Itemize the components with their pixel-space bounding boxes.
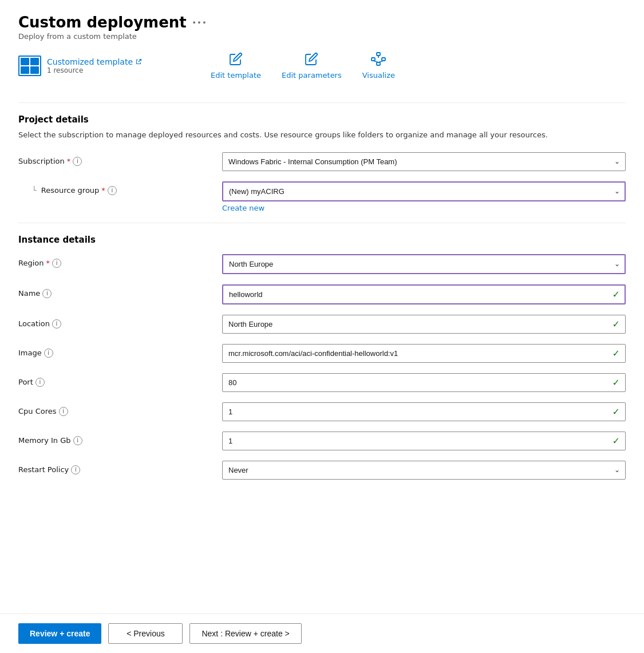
subscription-info-icon[interactable]: i (73, 157, 82, 166)
port-label: Port (18, 378, 33, 386)
cpu-cores-label-col: Cpu Cores i (18, 402, 213, 416)
edit-parameters-action[interactable]: Edit parameters (282, 52, 342, 80)
name-valid-icon: ✓ (613, 289, 620, 300)
resource-group-row: └ Resource group * i (New) myACIRG ⌄ Cre… (18, 181, 626, 212)
edit-parameters-icon (305, 52, 318, 69)
restart-policy-row: Restart Policy i Never ⌄ (18, 461, 626, 480)
instance-details-title: Instance details (18, 235, 626, 245)
cpu-cores-info-icon[interactable]: i (59, 407, 68, 416)
subscription-row: Subscription * i Windows Fabric - Intern… (18, 152, 626, 171)
location-label: Location (18, 319, 50, 328)
restart-policy-select-wrapper: Never ⌄ (222, 461, 626, 480)
subscription-select[interactable]: Windows Fabric - Internal Consumption (P… (222, 152, 626, 171)
svg-line-6 (378, 61, 384, 62)
memory-gb-control: ✓ (222, 432, 626, 450)
port-info-icon[interactable]: i (35, 378, 45, 387)
region-control: North Europe ⌄ (222, 254, 626, 274)
region-info-icon[interactable]: i (52, 259, 61, 268)
image-input[interactable] (222, 344, 626, 363)
subscription-label: Subscription (18, 157, 65, 165)
ellipsis-menu-button[interactable]: ··· (192, 17, 208, 29)
memory-gb-row: Memory In Gb i ✓ (18, 432, 626, 450)
next-button[interactable]: Next : Review + create > (189, 623, 301, 644)
customized-template-link[interactable]: Customized template (47, 57, 142, 66)
cpu-cores-label: Cpu Cores (18, 407, 57, 415)
image-label: Image (18, 349, 42, 357)
resource-group-select-wrapper: (New) myACIRG ⌄ (222, 181, 626, 201)
review-create-button[interactable]: Review + create (18, 623, 101, 644)
resource-group-label: Resource group (41, 186, 100, 195)
cpu-cores-input-wrapper: ✓ (222, 402, 626, 421)
location-label-col: Location i (18, 315, 213, 329)
visualize-label: Visualize (362, 71, 395, 80)
memory-gb-label-col: Memory In Gb i (18, 432, 213, 445)
name-input[interactable] (222, 284, 626, 304)
region-select[interactable]: North Europe (222, 254, 626, 274)
project-details-section: Project details Select the subscription … (18, 114, 626, 212)
location-input-wrapper: ✓ (222, 315, 626, 334)
page-header: Custom deployment ··· Deploy from a cust… (18, 14, 626, 41)
subscription-label-col: Subscription * i (18, 152, 213, 166)
port-input[interactable] (222, 373, 626, 392)
template-info: Customized template 1 resource (18, 56, 142, 76)
name-row: Name i ✓ (18, 284, 626, 304)
external-link-icon (135, 58, 142, 65)
name-info-icon[interactable]: i (42, 289, 52, 298)
edit-template-label: Edit template (211, 71, 261, 80)
template-resource-count: 1 resource (47, 66, 142, 74)
svg-rect-2 (382, 58, 385, 61)
name-label-col: Name i (18, 284, 213, 298)
divider-2 (18, 223, 626, 223)
name-control: ✓ (222, 284, 626, 304)
location-valid-icon: ✓ (613, 319, 620, 330)
region-label-col: Region * i (18, 254, 213, 268)
svg-rect-0 (377, 53, 380, 56)
region-row: Region * i North Europe ⌄ (18, 254, 626, 274)
template-section: Customized template 1 resource Edit temp… (18, 52, 626, 89)
edit-template-action[interactable]: Edit template (211, 52, 261, 80)
template-grid-icon (18, 56, 41, 76)
region-required: * (46, 259, 50, 267)
location-info-icon[interactable]: i (52, 319, 61, 329)
image-info-icon[interactable]: i (44, 349, 53, 358)
memory-gb-label: Memory In Gb (18, 436, 71, 445)
location-control: ✓ (222, 315, 626, 334)
create-new-link[interactable]: Create new (222, 204, 626, 212)
resource-group-required: * (101, 186, 105, 195)
image-control: ✓ (222, 344, 626, 363)
subscription-control: Windows Fabric - Internal Consumption (P… (222, 152, 626, 171)
toolbar-actions: Edit template Edit parameters (211, 52, 395, 80)
memory-gb-info-icon[interactable]: i (73, 436, 82, 445)
resource-group-info-icon[interactable]: i (108, 186, 117, 195)
port-label-col: Port i (18, 373, 213, 387)
port-row: Port i ✓ (18, 373, 626, 392)
visualize-action[interactable]: Visualize (362, 52, 395, 80)
restart-policy-select[interactable]: Never (222, 461, 626, 480)
project-details-description: Select the subscription to manage deploy… (18, 129, 626, 141)
subscription-required: * (67, 157, 71, 165)
resource-group-control: (New) myACIRG ⌄ Create new (222, 181, 626, 212)
restart-policy-info-icon[interactable]: i (71, 465, 80, 474)
port-control: ✓ (222, 373, 626, 392)
memory-gb-input[interactable] (222, 432, 626, 450)
subscription-select-wrapper: Windows Fabric - Internal Consumption (P… (222, 152, 626, 171)
cpu-cores-row: Cpu Cores i ✓ (18, 402, 626, 421)
previous-button[interactable]: < Previous (108, 623, 183, 644)
visualize-icon (371, 52, 386, 69)
location-row: Location i ✓ (18, 315, 626, 334)
divider-1 (18, 102, 626, 103)
svg-rect-3 (377, 62, 380, 65)
cpu-cores-control: ✓ (222, 402, 626, 421)
image-input-wrapper: ✓ (222, 344, 626, 363)
resource-group-select[interactable]: (New) myACIRG (222, 181, 626, 201)
cpu-cores-valid-icon: ✓ (613, 406, 620, 417)
location-input[interactable] (222, 315, 626, 334)
cpu-cores-input[interactable] (222, 402, 626, 421)
name-label: Name (18, 289, 40, 298)
region-select-wrapper: North Europe ⌄ (222, 254, 626, 274)
footer: Review + create < Previous Next : Review… (0, 614, 644, 653)
edit-parameters-label: Edit parameters (282, 71, 342, 80)
name-input-wrapper: ✓ (222, 284, 626, 304)
page-title-text: Custom deployment (18, 14, 187, 31)
restart-policy-label: Restart Policy (18, 465, 69, 474)
